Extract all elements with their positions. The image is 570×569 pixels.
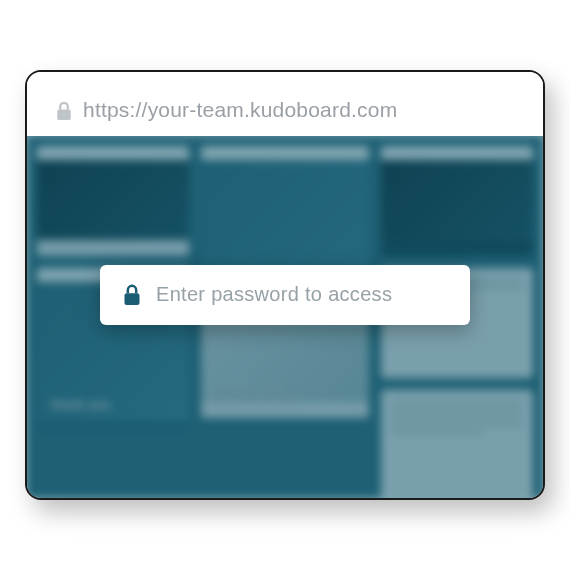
lock-icon — [122, 282, 142, 308]
password-placeholder: Enter password to access — [156, 283, 392, 306]
svg-rect-0 — [57, 109, 71, 120]
address-url: https://your-team.kudoboard.com — [83, 98, 397, 122]
lock-icon — [55, 100, 73, 122]
device-frame: https://your-team.kudoboard.com thank yo… — [25, 70, 545, 500]
address-bar: https://your-team.kudoboard.com — [27, 72, 543, 136]
viewport: thank you DAMMIT, I JUST LOVE IT SO MUCH — [27, 136, 543, 498]
svg-rect-1 — [125, 293, 140, 305]
password-input-container[interactable]: Enter password to access — [100, 265, 470, 325]
